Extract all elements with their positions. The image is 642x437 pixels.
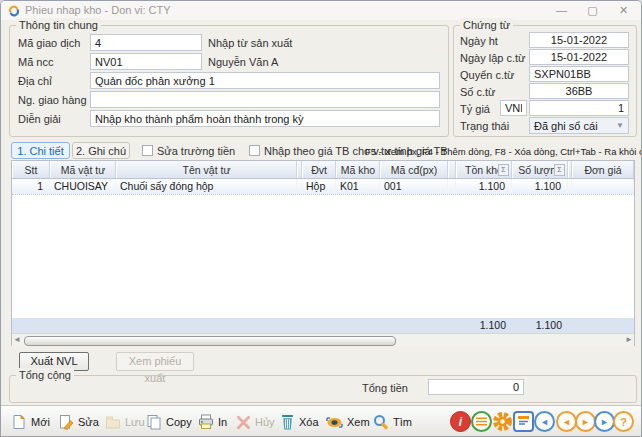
copy-button[interactable]: Copy: [141, 410, 197, 434]
minimize-icon[interactable]: —: [546, 1, 577, 19]
first-record-icon[interactable]: ◄: [534, 411, 555, 432]
edit-button-label: Sửa: [78, 416, 99, 428]
col-header-ma-vat-tu[interactable]: Mã vật tư: [50, 161, 116, 178]
dia-chi-label: Địa chỉ: [18, 75, 52, 87]
list-lines-icon: [476, 417, 487, 426]
trang-thai-dropdown[interactable]: Đã ghi sổ cái ▼: [529, 117, 629, 134]
list-icon[interactable]: [471, 411, 492, 432]
print-button[interactable]: In: [193, 410, 232, 434]
settings-gear-icon[interactable]: [492, 411, 513, 432]
col-header-ton-kho[interactable]: Tồn kho Σ: [456, 161, 512, 178]
cell-stt[interactable]: 1: [12, 179, 50, 194]
delete-button-label: Xóa: [299, 416, 319, 428]
view-button-label: Xem: [347, 416, 370, 428]
document-group: Chứng từ Ngày ht Ngày lập c.từ Quyển c.t…: [453, 25, 637, 137]
grid-header-row: Stt Mã vật tư Tên vật tư Đvt Mã kho Mã c…: [12, 161, 634, 179]
grid-totals-row: 1.100 1.100: [12, 318, 634, 333]
close-icon[interactable]: ✕: [608, 1, 639, 19]
col-header-don-gia[interactable]: Đơn giá: [572, 161, 634, 178]
sum-icon[interactable]: Σ: [498, 164, 509, 176]
dia-chi-field[interactable]: [90, 72, 440, 89]
ma-giao-dich-description: Nhập từ sản xuất: [208, 37, 292, 49]
info-icon[interactable]: i: [450, 411, 471, 432]
cell-don-gia[interactable]: [572, 179, 634, 194]
col-header-ma-cd[interactable]: Mã cđ(px): [380, 161, 448, 178]
so-ctu-label: Số c.từ: [460, 86, 496, 98]
ty-gia-field[interactable]: [529, 100, 629, 116]
quyen-ctu-field[interactable]: [529, 66, 629, 82]
cell-dvt[interactable]: Hộp: [302, 179, 336, 194]
window-title: Phieu nhap kho - Don vi: CTY: [25, 4, 171, 16]
ng-giao-hang-field[interactable]: [90, 91, 440, 108]
summary-legend: Tổng cộng: [16, 368, 74, 382]
ngay-ht-field[interactable]: [529, 32, 629, 48]
last-record-icon[interactable]: ►: [594, 411, 615, 432]
col-header-ma-kho[interactable]: Mã kho: [336, 161, 380, 178]
col-header-stt[interactable]: Stt: [12, 161, 50, 178]
scrollbar-thumb[interactable]: [24, 336, 396, 346]
trang-thai-label: Trạng thái: [460, 120, 509, 132]
sum-icon[interactable]: Σ: [554, 164, 565, 176]
previous-record-icon[interactable]: ◄: [556, 411, 577, 432]
edit-button[interactable]: Sửa: [53, 410, 104, 434]
ngay-lap-ctu-label: Ngày lập c.từ: [460, 52, 525, 64]
cell-ma-cd[interactable]: 001: [380, 179, 448, 194]
edit-icon: [58, 414, 74, 430]
col-header-so-luong[interactable]: Số lượng Σ: [512, 161, 568, 178]
window-controls: — ▢ ✕: [546, 1, 639, 19]
maximize-icon[interactable]: ▢: [577, 1, 608, 19]
cancel-icon: [236, 415, 251, 430]
view-icon: [326, 415, 343, 430]
col-header-ten-vat-tu[interactable]: Tên vật tư: [116, 161, 297, 178]
help-icon[interactable]: ?: [613, 411, 634, 432]
hotkeys-hint: F5 - Xem px, F4 - Thêm dòng, F8 - Xóa dò…: [365, 146, 642, 157]
form-panel-icon[interactable]: [513, 411, 534, 432]
tab-chi-tiet[interactable]: 1. Chi tiết: [11, 142, 70, 159]
ma-giao-dich-field[interactable]: [90, 34, 202, 51]
new-button[interactable]: Mới: [6, 410, 55, 434]
table-row[interactable]: 1 CHUOISAY Chuối sấy đóng hộp Hộp K01 00…: [12, 179, 634, 195]
so-ctu-field[interactable]: [529, 83, 629, 99]
cell-ton-kho[interactable]: 1.100: [456, 179, 512, 194]
new-button-label: Mới: [31, 416, 50, 428]
ty-gia-label: Tỷ giá: [460, 103, 490, 115]
print-icon: [198, 414, 214, 430]
dien-giai-label: Diễn giải: [18, 113, 61, 125]
total-ton-kho: 1.100: [456, 318, 512, 333]
find-button[interactable]: Tìm: [368, 410, 417, 434]
tab-ghi-chu[interactable]: 2. Ghi chú: [72, 142, 130, 159]
col-header-dvt[interactable]: Đvt: [302, 161, 336, 178]
save-icon: [105, 414, 121, 430]
xem-phieu-xuat-button: Xem phiếu xuất: [116, 352, 194, 371]
cell-ten-vat-tu[interactable]: Chuối sấy đóng hộp: [116, 179, 297, 194]
trang-thai-value: Đã ghi sổ cái: [534, 120, 598, 132]
find-button-label: Tìm: [393, 416, 412, 428]
new-doc-icon: [11, 414, 27, 430]
view-button[interactable]: Xem: [321, 410, 375, 434]
search-icon: [373, 414, 389, 430]
ma-ncc-field[interactable]: [90, 53, 202, 70]
next-record-icon[interactable]: ►: [575, 411, 596, 432]
sua-truong-tien-label: Sửa trường tiền: [157, 145, 235, 157]
dien-giai-field[interactable]: [90, 110, 440, 127]
summary-group: Tổng cộng Tổng tiền: [9, 375, 637, 403]
tong-tien-label: Tổng tiền: [362, 382, 408, 394]
cell-ma-kho[interactable]: K01: [336, 179, 380, 194]
scroll-right-icon[interactable]: ►: [624, 334, 634, 346]
delete-button[interactable]: Xóa: [275, 410, 324, 434]
copy-icon: [146, 414, 162, 430]
app-logo-icon: [8, 5, 20, 17]
ngay-lap-ctu-field[interactable]: [529, 49, 629, 65]
cancel-button-label: Hủy: [255, 416, 275, 428]
sua-truong-tien-checkbox[interactable]: [142, 145, 153, 156]
col-separator: [448, 161, 456, 178]
horizontal-scrollbar[interactable]: ◄ ►: [12, 333, 634, 346]
print-button-label: In: [218, 416, 227, 428]
scroll-left-icon[interactable]: ◄: [12, 334, 22, 346]
cell-so-luong[interactable]: 1.100: [512, 179, 568, 194]
document-legend: Chứng từ: [460, 18, 513, 32]
tong-tien-field[interactable]: [428, 379, 524, 395]
cell-ma-vat-tu[interactable]: CHUOISAY: [50, 179, 116, 194]
nhap-theo-gia-tb-checkbox[interactable]: [249, 145, 260, 156]
ma-ncc-label: Mã ncc: [18, 56, 53, 68]
